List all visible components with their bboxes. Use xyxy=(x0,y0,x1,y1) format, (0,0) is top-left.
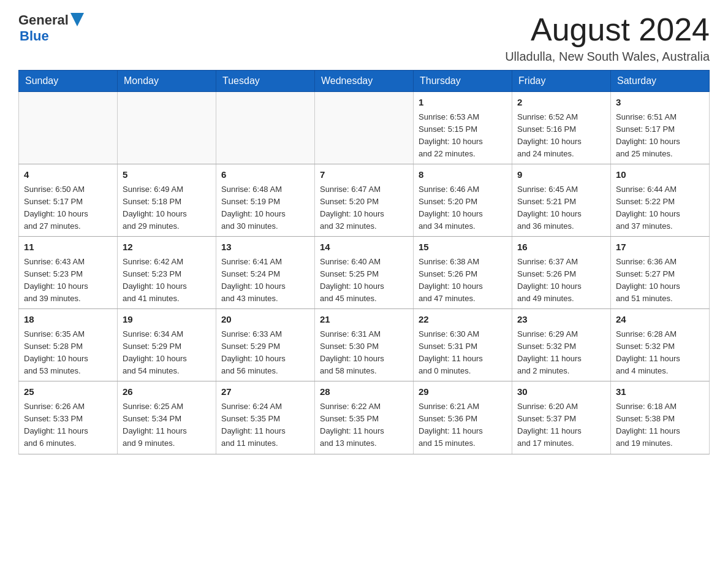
day-number: 2 xyxy=(517,96,605,110)
day-number: 27 xyxy=(221,385,309,399)
calendar-week-row: 25Sunrise: 6:26 AM Sunset: 5:33 PM Dayli… xyxy=(19,381,710,454)
day-info: Sunrise: 6:20 AM Sunset: 5:37 PM Dayligh… xyxy=(517,400,605,450)
day-info: Sunrise: 6:38 AM Sunset: 5:26 PM Dayligh… xyxy=(419,256,507,305)
calendar-week-row: 1Sunrise: 6:53 AM Sunset: 5:15 PM Daylig… xyxy=(19,92,710,164)
day-number: 17 xyxy=(616,240,704,255)
calendar-cell: 9Sunrise: 6:45 AM Sunset: 5:21 PM Daylig… xyxy=(512,164,611,237)
day-number: 22 xyxy=(419,313,507,327)
day-info: Sunrise: 6:18 AM Sunset: 5:38 PM Dayligh… xyxy=(616,400,704,450)
logo-triangle-icon xyxy=(70,13,84,26)
weekday-header-thursday: Thursday xyxy=(414,71,512,92)
day-info: Sunrise: 6:33 AM Sunset: 5:29 PM Dayligh… xyxy=(221,328,309,378)
logo: General Blue xyxy=(18,12,84,44)
calendar-cell: 19Sunrise: 6:34 AM Sunset: 5:29 PM Dayli… xyxy=(118,309,216,381)
day-info: Sunrise: 6:43 AM Sunset: 5:23 PM Dayligh… xyxy=(24,256,112,305)
day-number: 13 xyxy=(221,240,309,255)
day-number: 16 xyxy=(517,240,605,255)
calendar-cell: 1Sunrise: 6:53 AM Sunset: 5:15 PM Daylig… xyxy=(414,92,512,164)
calendar-cell: 16Sunrise: 6:37 AM Sunset: 5:26 PM Dayli… xyxy=(512,237,611,309)
calendar-cell: 5Sunrise: 6:49 AM Sunset: 5:18 PM Daylig… xyxy=(118,164,216,237)
day-info: Sunrise: 6:29 AM Sunset: 5:32 PM Dayligh… xyxy=(517,328,605,378)
day-info: Sunrise: 6:41 AM Sunset: 5:24 PM Dayligh… xyxy=(221,256,309,305)
day-number: 26 xyxy=(123,385,211,399)
weekday-header-monday: Monday xyxy=(118,71,216,92)
calendar-cell: 17Sunrise: 6:36 AM Sunset: 5:27 PM Dayli… xyxy=(611,237,710,309)
logo-blue-text: Blue xyxy=(20,28,49,44)
calendar-cell xyxy=(315,92,414,164)
calendar-week-row: 11Sunrise: 6:43 AM Sunset: 5:23 PM Dayli… xyxy=(19,237,710,309)
day-info: Sunrise: 6:21 AM Sunset: 5:36 PM Dayligh… xyxy=(419,400,507,450)
day-info: Sunrise: 6:37 AM Sunset: 5:26 PM Dayligh… xyxy=(517,256,605,305)
day-number: 24 xyxy=(616,313,704,327)
title-block: August 2024 Ulladulla, New South Wales, … xyxy=(505,12,710,64)
calendar-cell: 21Sunrise: 6:31 AM Sunset: 5:30 PM Dayli… xyxy=(315,309,414,381)
calendar-cell: 8Sunrise: 6:46 AM Sunset: 5:20 PM Daylig… xyxy=(414,164,512,237)
day-info: Sunrise: 6:53 AM Sunset: 5:15 PM Dayligh… xyxy=(419,111,507,161)
calendar-cell: 12Sunrise: 6:42 AM Sunset: 5:23 PM Dayli… xyxy=(118,237,216,309)
location-title: Ulladulla, New South Wales, Australia xyxy=(505,50,710,64)
day-number: 1 xyxy=(419,96,507,110)
day-number: 21 xyxy=(320,313,408,327)
day-info: Sunrise: 6:44 AM Sunset: 5:22 PM Dayligh… xyxy=(616,183,704,233)
day-number: 20 xyxy=(221,313,309,327)
calendar-table: SundayMondayTuesdayWednesdayThursdayFrid… xyxy=(18,70,710,454)
calendar-cell: 26Sunrise: 6:25 AM Sunset: 5:34 PM Dayli… xyxy=(118,381,216,454)
day-number: 30 xyxy=(517,385,605,399)
day-number: 25 xyxy=(24,385,112,399)
calendar-cell: 4Sunrise: 6:50 AM Sunset: 5:17 PM Daylig… xyxy=(19,164,118,237)
calendar-cell: 24Sunrise: 6:28 AM Sunset: 5:32 PM Dayli… xyxy=(611,309,710,381)
day-number: 31 xyxy=(616,385,704,399)
day-number: 6 xyxy=(221,168,309,182)
day-number: 28 xyxy=(320,385,408,399)
calendar-header-row: SundayMondayTuesdayWednesdayThursdayFrid… xyxy=(19,71,710,92)
day-info: Sunrise: 6:31 AM Sunset: 5:30 PM Dayligh… xyxy=(320,328,408,378)
calendar-cell: 6Sunrise: 6:48 AM Sunset: 5:19 PM Daylig… xyxy=(216,164,315,237)
day-info: Sunrise: 6:48 AM Sunset: 5:19 PM Dayligh… xyxy=(221,183,309,233)
calendar-cell: 30Sunrise: 6:20 AM Sunset: 5:37 PM Dayli… xyxy=(512,381,611,454)
weekday-header-tuesday: Tuesday xyxy=(216,71,315,92)
calendar-cell: 28Sunrise: 6:22 AM Sunset: 5:35 PM Dayli… xyxy=(315,381,414,454)
calendar-cell xyxy=(216,92,315,164)
day-info: Sunrise: 6:28 AM Sunset: 5:32 PM Dayligh… xyxy=(616,328,704,378)
calendar-cell: 18Sunrise: 6:35 AM Sunset: 5:28 PM Dayli… xyxy=(19,309,118,381)
day-number: 18 xyxy=(24,313,112,327)
day-number: 4 xyxy=(24,168,112,182)
day-number: 8 xyxy=(419,168,507,182)
weekday-header-wednesday: Wednesday xyxy=(315,71,414,92)
calendar-cell: 7Sunrise: 6:47 AM Sunset: 5:20 PM Daylig… xyxy=(315,164,414,237)
day-info: Sunrise: 6:36 AM Sunset: 5:27 PM Dayligh… xyxy=(616,256,704,305)
day-info: Sunrise: 6:34 AM Sunset: 5:29 PM Dayligh… xyxy=(123,328,211,378)
day-number: 23 xyxy=(517,313,605,327)
day-info: Sunrise: 6:22 AM Sunset: 5:35 PM Dayligh… xyxy=(320,400,408,450)
day-info: Sunrise: 6:26 AM Sunset: 5:33 PM Dayligh… xyxy=(24,400,112,450)
day-info: Sunrise: 6:30 AM Sunset: 5:31 PM Dayligh… xyxy=(419,328,507,378)
svg-marker-0 xyxy=(70,13,84,26)
calendar-cell xyxy=(118,92,216,164)
weekday-header-saturday: Saturday xyxy=(611,71,710,92)
weekday-header-sunday: Sunday xyxy=(19,71,118,92)
day-info: Sunrise: 6:50 AM Sunset: 5:17 PM Dayligh… xyxy=(24,183,112,233)
day-number: 5 xyxy=(123,168,211,182)
calendar-cell: 31Sunrise: 6:18 AM Sunset: 5:38 PM Dayli… xyxy=(611,381,710,454)
day-number: 10 xyxy=(616,168,704,182)
day-number: 11 xyxy=(24,240,112,255)
day-number: 7 xyxy=(320,168,408,182)
calendar-cell: 2Sunrise: 6:52 AM Sunset: 5:16 PM Daylig… xyxy=(512,92,611,164)
calendar-week-row: 18Sunrise: 6:35 AM Sunset: 5:28 PM Dayli… xyxy=(19,309,710,381)
calendar-cell: 20Sunrise: 6:33 AM Sunset: 5:29 PM Dayli… xyxy=(216,309,315,381)
calendar-week-row: 4Sunrise: 6:50 AM Sunset: 5:17 PM Daylig… xyxy=(19,164,710,237)
day-info: Sunrise: 6:40 AM Sunset: 5:25 PM Dayligh… xyxy=(320,256,408,305)
month-title: August 2024 xyxy=(505,12,710,47)
calendar-cell: 22Sunrise: 6:30 AM Sunset: 5:31 PM Dayli… xyxy=(414,309,512,381)
day-info: Sunrise: 6:42 AM Sunset: 5:23 PM Dayligh… xyxy=(123,256,211,305)
day-info: Sunrise: 6:35 AM Sunset: 5:28 PM Dayligh… xyxy=(24,328,112,378)
day-info: Sunrise: 6:45 AM Sunset: 5:21 PM Dayligh… xyxy=(517,183,605,233)
day-info: Sunrise: 6:51 AM Sunset: 5:17 PM Dayligh… xyxy=(616,111,704,161)
calendar-cell: 13Sunrise: 6:41 AM Sunset: 5:24 PM Dayli… xyxy=(216,237,315,309)
page-header: General Blue August 2024 Ulladulla, New … xyxy=(18,12,710,64)
calendar-cell: 29Sunrise: 6:21 AM Sunset: 5:36 PM Dayli… xyxy=(414,381,512,454)
calendar-cell: 25Sunrise: 6:26 AM Sunset: 5:33 PM Dayli… xyxy=(19,381,118,454)
logo-general-text: General xyxy=(18,12,69,28)
calendar-cell: 15Sunrise: 6:38 AM Sunset: 5:26 PM Dayli… xyxy=(414,237,512,309)
calendar-cell: 11Sunrise: 6:43 AM Sunset: 5:23 PM Dayli… xyxy=(19,237,118,309)
